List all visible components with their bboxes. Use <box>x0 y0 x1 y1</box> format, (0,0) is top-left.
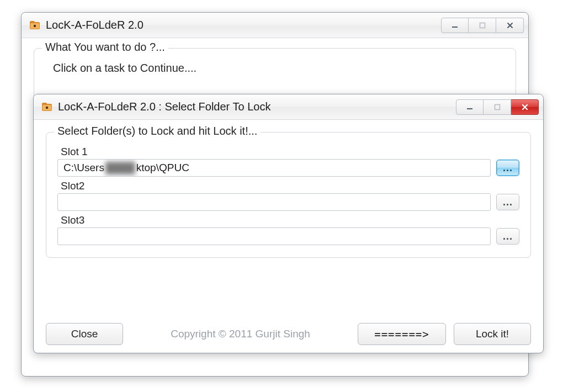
app-icon <box>29 20 40 31</box>
dialog-actions: Close Copyright © 2011 Gurjit Singh ====… <box>46 313 531 345</box>
arrow-button[interactable]: =======> <box>358 323 446 345</box>
slot-row: C:\Users████ktop\QPUC... <box>57 159 519 177</box>
select-folder-dialog: LocK-A-FoLdeR 2.0 : Select Folder To Loc… <box>33 94 544 353</box>
close-dialog-button[interactable]: Close <box>46 323 123 345</box>
slot-path-input[interactable] <box>57 227 491 245</box>
dialog-title: LocK-A-FoLdeR 2.0 : Select Folder To Loc… <box>58 100 450 113</box>
svg-rect-5 <box>480 23 485 28</box>
browse-button[interactable]: ... <box>496 160 519 176</box>
dialog-titlebar[interactable]: LocK-A-FoLdeR 2.0 : Select Folder To Loc… <box>34 94 543 120</box>
select-folder-group: Select Folder(s) to Lock and hit Lock it… <box>46 132 531 258</box>
dialog-window-controls <box>456 99 539 115</box>
slot-row: ... <box>57 227 519 245</box>
dialog-content: Select Folder(s) to Lock and hit Lock it… <box>34 120 543 353</box>
svg-rect-11 <box>495 104 500 109</box>
slot-path-input[interactable] <box>57 193 491 211</box>
browse-button[interactable]: ... <box>496 194 519 210</box>
main-window-controls <box>441 18 524 33</box>
slot-row: ... <box>57 193 519 211</box>
slot-label: Slot 1 <box>61 146 519 158</box>
minimize-button[interactable] <box>441 18 469 33</box>
slot-label: Slot3 <box>61 214 519 226</box>
slot-label: Slot2 <box>61 180 519 192</box>
maximize-button <box>484 99 511 115</box>
close-button[interactable] <box>496 18 524 33</box>
close-button[interactable] <box>511 99 539 115</box>
browse-button[interactable]: ... <box>496 228 519 245</box>
lock-it-button[interactable]: Lock it! <box>454 323 531 345</box>
slot-path-input[interactable]: C:\Users████ktop\QPUC <box>57 159 491 177</box>
task-group-legend: What You want to do ?... <box>42 41 168 54</box>
main-window-titlebar[interactable]: LocK-A-FoLdeR 2.0 <box>22 13 528 38</box>
minimize-button[interactable] <box>456 99 484 115</box>
svg-point-3 <box>34 24 36 27</box>
svg-rect-10 <box>467 108 472 109</box>
select-folder-group-legend: Select Folder(s) to Lock and hit Lock it… <box>54 125 261 137</box>
main-window-title: LocK-A-FoLdeR 2.0 <box>46 19 435 31</box>
task-group-subtext: Click on a task to Continue.... <box>45 59 504 79</box>
svg-rect-4 <box>452 27 458 28</box>
maximize-button <box>469 18 496 33</box>
copyright-text: Copyright © 2011 Gurjit Singh <box>131 328 350 340</box>
svg-point-9 <box>46 106 48 108</box>
app-icon <box>41 102 52 113</box>
